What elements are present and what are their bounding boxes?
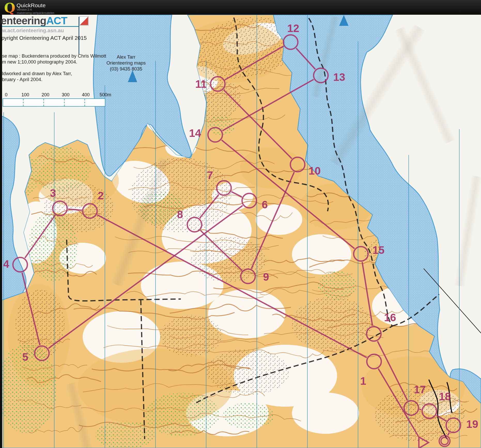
- quickroute-window: 12345678910111213141516171819 rienteerin…: [0, 0, 481, 448]
- app-url: matstroeng.se/quickroute/en: [17, 11, 54, 14]
- control-number-label: 16: [384, 311, 396, 324]
- scale-bar: 0 100 200 300 400 500m: [3, 92, 111, 107]
- orienteering-flag-icon: [79, 16, 89, 26]
- basemap-credits: se map : Buckenderra produced by Chris W…: [2, 53, 106, 65]
- logo-underline: [2, 26, 79, 27]
- fieldwork-credits: ldworked and drawn by Alex Tarr, bruary …: [2, 70, 72, 82]
- club-website: w.act.orienteering.asn.au: [2, 28, 64, 34]
- control-number-label: 19: [466, 418, 478, 430]
- app-version: Version 2.4: [17, 8, 32, 11]
- club-logo-text: rienteeringACT: [0, 15, 67, 27]
- control-number-label: 12: [287, 22, 299, 34]
- scale-bar-graphic: [3, 98, 105, 107]
- control-number-label: 2: [98, 190, 104, 202]
- control-number-label: 3: [50, 187, 56, 199]
- course-leg-line: [420, 409, 421, 410]
- control-number-label: 4: [3, 258, 9, 270]
- contact-phone: (03) 9435 8035: [102, 66, 151, 72]
- app-title: QuickRoute: [17, 2, 46, 9]
- control-number-label: 9: [263, 271, 269, 283]
- map-credits-panel: rienteeringACT w.act.orienteering.asn.au…: [2, 15, 153, 113]
- quickroute-logo-icon: Q: [4, 1, 16, 14]
- control-number-label: 7: [207, 169, 213, 181]
- svg-text:Q: Q: [4, 1, 15, 14]
- control-number-label: 17: [414, 383, 426, 396]
- contact-role: Orienteering maps: [102, 60, 151, 66]
- control-number-label: 11: [195, 78, 207, 90]
- control-number-label: 10: [309, 165, 321, 177]
- scan-edge: [0, 15, 2, 448]
- control-number-label: 1: [360, 375, 366, 387]
- control-number-label: 14: [189, 127, 201, 139]
- control-number-label: 5: [22, 351, 28, 363]
- contact-name: Alex Tarr: [102, 54, 151, 60]
- control-number-label: 6: [262, 199, 268, 211]
- scale-labels: 0 100 200 300 400 500m: [3, 92, 111, 97]
- map-copyright: opyright Orienteering ACT April 2015: [0, 35, 87, 41]
- control-number-label: 8: [177, 208, 183, 221]
- quickroute-header-bar: Q QuickRoute Version 2.4 matstroeng.se/q…: [0, 0, 481, 15]
- control-number-label: 18: [439, 390, 451, 403]
- cartographer-contact: Alex Tarr Orienteering maps (03) 9435 80…: [102, 54, 151, 72]
- control-number-label: 15: [373, 244, 385, 256]
- control-number-label: 13: [333, 71, 345, 83]
